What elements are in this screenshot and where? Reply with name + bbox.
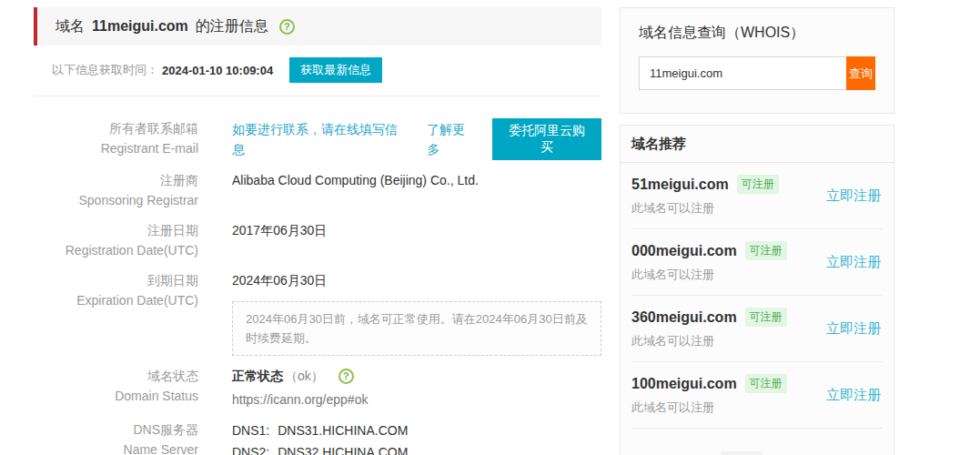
recommend-item: 000meigui.com 可注册 此域名可以注册 立即注册 (631, 229, 883, 296)
learn-more-link[interactable]: 了解更多 (427, 119, 476, 159)
recommend-item: 100meigui.com 可注册 此域名可以注册 立即注册 (631, 362, 883, 429)
recommend-item: 51meigui.com 可注册 此域名可以注册 立即注册 (631, 163, 883, 229)
label-zh: 到期日期 (34, 270, 198, 290)
whois-search-button[interactable]: 查询 (846, 56, 875, 90)
label-en: Registrant E-mail (34, 138, 198, 158)
whois-result-page: 域名 11meigui.com 的注册信息 ? 以下信息获取时间： 2024-0… (0, 0, 980, 455)
recommend-desc: 此域名可以注册 (631, 267, 826, 283)
registrar-value: Alibaba Cloud Computing (Beijing) Co., L… (198, 170, 601, 210)
title-prefix: 域名 (56, 17, 85, 36)
label-zh: 注册商 (34, 170, 198, 190)
field-expiration-date: 到期日期 Expiration Date(UTC) 2024年06月30日 20… (34, 270, 601, 356)
renewal-notice: 2024年06月30日前，域名可正常使用。请在2024年06月30日前及时续费延… (232, 301, 601, 356)
recommend-item: meigui.com 已注册 (631, 429, 883, 455)
label-en: Sponsoring Registrar (34, 190, 198, 210)
availability-badge: 可注册 (745, 374, 787, 393)
label-en: Domain Status (34, 386, 198, 406)
refresh-info-button[interactable]: 获取最新信息 (289, 57, 382, 83)
availability-badge: 已注册 (721, 451, 763, 455)
availability-badge: 可注册 (737, 175, 779, 194)
whois-search-card: 域名信息查询（WHOIS） 查询 (620, 7, 894, 114)
page-title: 域名 11meigui.com 的注册信息 ? (37, 7, 295, 46)
recommend-desc: 此域名可以注册 (631, 200, 826, 217)
recommend-domain: 100meigui.com (631, 376, 737, 392)
label-en: Expiration Date(UTC) (34, 290, 198, 310)
label-zh: DNS服务器 (34, 420, 198, 440)
label-zh: 注册日期 (34, 220, 198, 240)
title-suffix: 的注册信息 (196, 17, 268, 36)
recommend-item: 360meigui.com 可注册 此域名可以注册 立即注册 (631, 296, 883, 362)
title-domain: 11meigui.com (92, 18, 188, 35)
fields-list: 所有者联系邮箱 Registrant E-mail 如要进行联系，请在线填写信息… (34, 118, 601, 455)
field-name-server: DNS服务器 Name Server DNS1:DNS31.HICHINA.CO… (34, 420, 601, 455)
contact-online-link[interactable]: 如要进行联系，请在线填写信息 (232, 119, 403, 159)
entrust-aliyun-buy-button[interactable]: 委托阿里云购买 (492, 118, 601, 160)
recommend-card-title: 域名推荐 (621, 126, 894, 163)
recommend-desc: 此域名可以注册 (631, 399, 826, 416)
domain-recommend-card: 域名推荐 51meigui.com 可注册 此域名可以注册 立即注册 000me… (620, 125, 894, 455)
recommend-domain: 51meigui.com (631, 177, 729, 193)
register-now-link[interactable]: 立即注册 (826, 320, 883, 338)
registration-date-value: 2017年06月30日 (198, 220, 601, 260)
panel-header: 域名 11meigui.com 的注册信息 ? (34, 7, 601, 46)
recommend-desc: 此域名可以注册 (631, 333, 826, 349)
label-en: Name Server (34, 440, 198, 455)
fetch-time-label: 以下信息获取时间： (52, 62, 158, 78)
help-icon[interactable]: ? (338, 369, 354, 384)
register-now-link[interactable]: 立即注册 (826, 187, 883, 205)
availability-badge: 可注册 (745, 241, 787, 260)
fetch-time-row: 以下信息获取时间： 2024-01-10 10:09:04 获取最新信息 (34, 57, 601, 83)
domain-status-code: （ok） (285, 366, 324, 386)
recommend-domain: 000meigui.com (631, 243, 737, 259)
domain-info-panel: 域名 11meigui.com 的注册信息 ? 以下信息获取时间： 2024-0… (34, 7, 601, 455)
help-icon[interactable]: ? (279, 19, 295, 35)
recommend-domain: 360meigui.com (631, 309, 737, 326)
dns2-row: DNS2:DNS32.HICHINA.COM (232, 441, 601, 455)
field-registrant-email: 所有者联系邮箱 Registrant E-mail 如要进行联系，请在线填写信息… (34, 118, 601, 160)
label-zh: 域名状态 (34, 366, 198, 386)
whois-card-title: 域名信息查询（WHOIS） (639, 24, 875, 43)
label-zh: 所有者联系邮箱 (34, 118, 198, 138)
field-registrar: 注册商 Sponsoring Registrar Alibaba Cloud C… (34, 170, 601, 210)
domain-status-value: 正常状态 (232, 366, 283, 386)
label-en: Registration Date(UTC) (34, 240, 198, 260)
field-domain-status: 域名状态 Domain Status 正常状态 （ok） ? https://i… (34, 366, 601, 410)
availability-badge: 可注册 (745, 308, 787, 327)
dns1-row: DNS1:DNS31.HICHINA.COM (232, 420, 601, 441)
fetch-time-value: 2024-01-10 10:09:04 (162, 64, 273, 77)
field-registration-date: 注册日期 Registration Date(UTC) 2017年06月30日 (34, 220, 601, 260)
expiration-date-value: 2024年06月30日 (232, 270, 601, 290)
status-url: https://icann.org/epp#ok (232, 389, 601, 410)
register-now-link[interactable]: 立即注册 (826, 254, 883, 271)
divider (34, 96, 601, 96)
register-now-link[interactable]: 立即注册 (826, 387, 883, 404)
whois-search-input[interactable] (639, 56, 846, 90)
